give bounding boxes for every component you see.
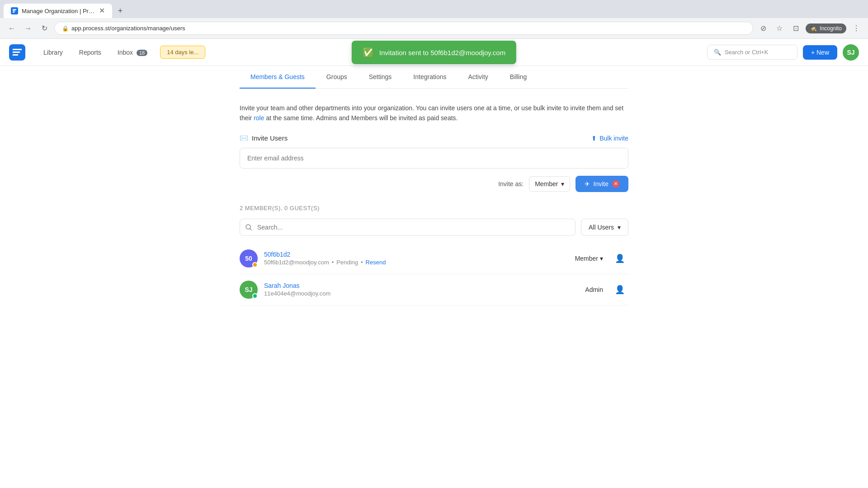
nav-reports[interactable]: Reports [72, 45, 108, 60]
member-role-section: Admin 👤 [580, 283, 628, 296]
filter-label: All Users [589, 224, 614, 231]
main-content: Members & Guests Groups Settings Integra… [231, 66, 637, 305]
bookmark-button[interactable]: ☆ [773, 22, 786, 35]
member-info: Sarah Jonas 11e404e4@moodjoy.com [264, 282, 580, 297]
chevron-down-icon: ▾ [561, 180, 564, 188]
header-right: 🔍 Search or Ctrl+K + New SJ [707, 44, 859, 61]
trial-badge[interactable]: 14 days le... [160, 46, 205, 59]
reload-button[interactable]: ↻ [38, 22, 51, 35]
bulk-invite-button[interactable]: ⬆ Bulk invite [591, 135, 628, 142]
members-filter: All Users ▾ [240, 219, 628, 236]
invite-button[interactable]: ✈ Invite ✕ [576, 176, 628, 192]
back-button[interactable]: ← [5, 22, 18, 35]
separator: • [361, 259, 363, 266]
menu-button[interactable]: ⋮ [850, 22, 863, 35]
separator: • [332, 259, 334, 266]
profile-button[interactable]: ⊡ [789, 22, 802, 35]
role-value: Member [535, 180, 558, 188]
send-icon: ✈ [585, 180, 590, 188]
security-icon: 🔒 [62, 25, 69, 32]
invite-description: Invite your team and other departments i… [240, 103, 628, 123]
email-input[interactable] [240, 148, 628, 169]
page-tabs: Members & Guests Groups Settings Integra… [240, 66, 628, 89]
cast-button[interactable]: ⊘ [757, 22, 769, 35]
tab-title: Manage Organization | Process S... [22, 8, 95, 14]
tab-integrations[interactable]: Integrations [402, 66, 457, 89]
nav-inbox[interactable]: Inbox 18 [110, 45, 155, 60]
new-tab-button[interactable]: + [114, 5, 127, 17]
members-search-wrapper [240, 219, 576, 236]
tab-billing[interactable]: Billing [499, 66, 538, 89]
cancel-icon: ✕ [612, 180, 619, 188]
member-email-text: 50f6b1d2@moodjoy.com [264, 259, 329, 266]
member-email-row: 11e404e4@moodjoy.com [264, 290, 580, 297]
chevron-down-icon: ▾ [618, 224, 621, 231]
toast-success-icon: ✅ [363, 47, 374, 58]
remove-member-button[interactable]: 👤 [611, 283, 628, 296]
member-name[interactable]: 50f6b1d2 [264, 251, 571, 258]
users-filter-dropdown[interactable]: All Users ▾ [581, 219, 628, 236]
inbox-label: Inbox [118, 49, 133, 56]
search-icon [245, 224, 252, 231]
nav-library[interactable]: Library [36, 45, 70, 60]
upload-icon: ⬆ [591, 135, 597, 142]
tab-activity[interactable]: Activity [458, 66, 499, 89]
role-dropdown[interactable]: Member ▾ [529, 176, 570, 192]
members-list: 50 50f6b1d2 50f6b1d2@moodjoy.com • Pendi… [240, 243, 628, 305]
member-email-text: 11e404e4@moodjoy.com [264, 290, 330, 297]
members-count: 2 MEMBER(S), 0 GUEST(S) [240, 205, 628, 211]
pending-indicator [252, 262, 258, 267]
inbox-badge: 18 [137, 50, 147, 56]
table-row: 50 50f6b1d2 50f6b1d2@moodjoy.com • Pendi… [240, 243, 628, 274]
member-name[interactable]: Sarah Jonas [264, 282, 580, 289]
new-button[interactable]: + New [803, 45, 837, 60]
mail-icon: ✉️ [240, 134, 248, 142]
user-avatar[interactable]: SJ [843, 44, 859, 61]
invite-title: ✉️ Invite Users [240, 134, 288, 142]
member-role-display[interactable]: Admin [580, 283, 608, 296]
tab-members-guests[interactable]: Members & Guests [240, 66, 316, 89]
member-role-dropdown[interactable]: Member ▾ [571, 252, 608, 265]
global-search[interactable]: 🔍 Search or Ctrl+K [707, 45, 797, 60]
online-indicator [252, 293, 258, 299]
address-bar[interactable]: 🔒 app.process.st/organizations/manage/us… [54, 22, 753, 35]
incognito-label: Incognito [820, 25, 842, 32]
close-tab-button[interactable]: ✕ [99, 7, 105, 14]
app-logo[interactable] [9, 44, 25, 61]
table-row: SJ Sarah Jonas 11e404e4@moodjoy.com Admi… [240, 274, 628, 305]
member-role-section: Member ▾ 👤 [571, 252, 628, 265]
tab-groups[interactable]: Groups [316, 66, 358, 89]
tab-favicon [11, 7, 18, 14]
pending-status: Pending [336, 259, 358, 266]
avatar: SJ [240, 281, 258, 299]
invite-actions: Invite as: Member ▾ ✈ Invite ✕ [240, 176, 628, 192]
avatar: 50 [240, 249, 258, 267]
forward-button[interactable]: → [22, 22, 34, 35]
url-text: app.process.st/organizations/manage/user… [71, 25, 185, 32]
search-placeholder: Search or Ctrl+K [725, 49, 768, 56]
role-link[interactable]: role [254, 114, 264, 122]
toast-message: Invitation sent to 50f6b1d2@moodjoy.com [379, 49, 505, 56]
resend-button[interactable]: Resend [366, 259, 386, 266]
incognito-badge: 🕵 Incognito [806, 23, 846, 33]
new-button-label: + New [811, 49, 829, 56]
chevron-down-icon: ▾ [600, 255, 603, 262]
invite-header: ✉️ Invite Users ⬆ Bulk invite [240, 134, 628, 142]
members-search-input[interactable] [240, 219, 576, 236]
member-info: 50f6b1d2 50f6b1d2@moodjoy.com • Pending … [264, 251, 571, 266]
toast-notification: ✅ Invitation sent to 50f6b1d2@moodjoy.co… [352, 41, 516, 64]
member-email-row: 50f6b1d2@moodjoy.com • Pending • Resend [264, 259, 571, 266]
search-icon: 🔍 [714, 49, 721, 56]
invite-as-label: Invite as: [498, 180, 524, 188]
incognito-icon: 🕵 [810, 25, 817, 32]
remove-member-button[interactable]: 👤 [611, 252, 628, 265]
tab-settings[interactable]: Settings [358, 66, 403, 89]
active-tab[interactable]: Manage Organization | Process S... ✕ [4, 4, 112, 18]
